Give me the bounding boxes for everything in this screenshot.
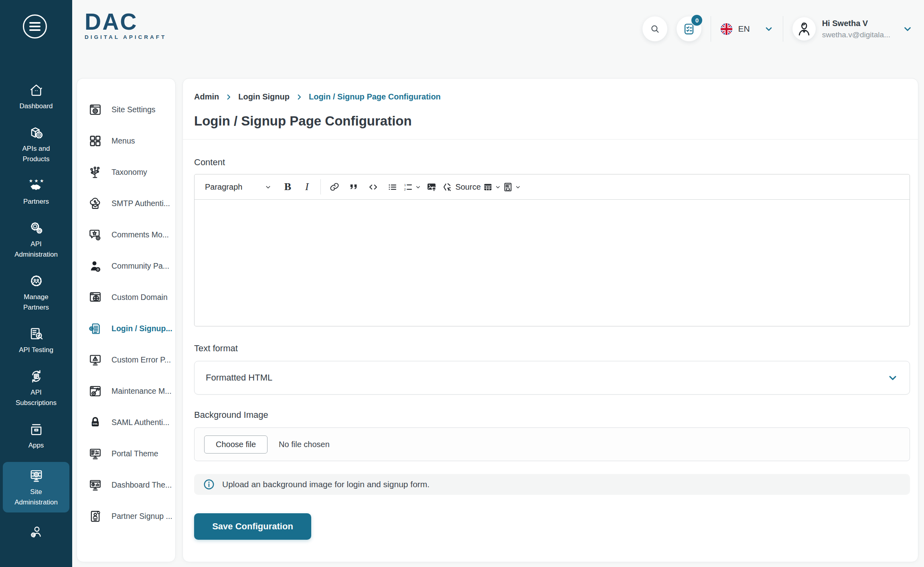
paragraph-format-label: Paragraph [205, 182, 242, 192]
monitor-theme-icon [88, 447, 102, 461]
archive-box-icon [29, 422, 44, 437]
blockquote-button[interactable] [345, 178, 363, 196]
settings-item-smtp-authentication[interactable]: SMTP Authenti... [77, 188, 175, 219]
sidebar-item-label: Partners [11, 196, 61, 207]
comment-star-icon [88, 228, 102, 242]
editor-toolbar: Paragraph B I 12 [195, 174, 910, 200]
italic-button[interactable]: I [298, 178, 316, 196]
divider [183, 139, 918, 140]
tasks-button[interactable]: 0 [677, 16, 701, 41]
search-button[interactable] [642, 16, 667, 41]
topbar: DAC DIGITAL APICRAFT 0 EN [72, 0, 924, 74]
grid-icon [88, 134, 102, 148]
toolbar-separator [320, 179, 321, 194]
settings-item-partner-signup[interactable]: Partner Signup ... [77, 500, 175, 532]
numbered-list-button[interactable]: 12 [403, 178, 421, 196]
code-button[interactable] [364, 178, 382, 196]
logo-text: DAC [85, 10, 166, 33]
svg-text:2: 2 [404, 187, 406, 191]
saml-lock-icon: SAML [88, 415, 102, 429]
bold-button[interactable]: B [279, 178, 296, 196]
subscription-sync-icon [29, 369, 44, 384]
avatar [792, 17, 816, 40]
language-selector[interactable]: EN [720, 23, 773, 35]
sidebar-item-user[interactable] [3, 522, 69, 542]
settings-item-dashboard-theme[interactable]: Dashboard The... [77, 469, 175, 500]
divider [783, 16, 783, 42]
sidebar-item-apps[interactable]: Apps [3, 419, 69, 453]
info-message-bar: Upload an background image for login and… [194, 474, 910, 495]
insert-table-button[interactable] [482, 178, 501, 196]
no-file-chosen-text: No file chosen [279, 440, 330, 449]
settings-item-login-signup[interactable]: Login / Signup... [77, 313, 175, 344]
user-name: Hi Swetha V [822, 19, 890, 28]
svg-text:1: 1 [404, 183, 406, 186]
svg-text:★ ★ ★: ★ ★ ★ [29, 178, 44, 183]
breadcrumb-admin[interactable]: Admin [194, 92, 219, 101]
html-embed-button[interactable] [503, 178, 521, 196]
settings-item-menus[interactable]: Menus [77, 125, 175, 156]
settings-item-saml-authentication[interactable]: SAML SAML Authenti... [77, 407, 175, 438]
settings-item-label: Menus [111, 136, 135, 146]
uk-flag-icon [720, 23, 733, 35]
settings-item-custom-error-pages[interactable]: Custom Error P... [77, 344, 175, 375]
settings-item-label: Portal Theme [111, 449, 158, 458]
hamburger-menu-icon[interactable] [23, 14, 47, 38]
gears-icon [29, 221, 44, 235]
choose-file-button[interactable]: Choose file [204, 435, 267, 454]
settings-item-label: Site Settings [111, 105, 155, 114]
app-logo[interactable]: DAC DIGITAL APICRAFT [85, 10, 166, 40]
image-upload-icon [426, 181, 437, 192]
document-gear-icon [88, 322, 102, 336]
settings-item-label: Community Pa... [111, 261, 169, 271]
link-button[interactable] [326, 178, 343, 196]
test-magnifier-icon [29, 326, 44, 341]
user-menu[interactable]: Hi Swetha V swetha.v@digitala... [792, 17, 913, 40]
window-globe-icon [88, 290, 102, 304]
save-configuration-button[interactable]: Save Configuration [194, 513, 311, 540]
topbar-actions: 0 EN Hi Swetha V swetha.v@digitala... [642, 16, 913, 42]
sidebar-item-site-administration[interactable]: Site Administration [3, 462, 69, 512]
insert-image-button[interactable] [423, 178, 440, 196]
settings-item-portal-theme[interactable]: Portal Theme [77, 438, 175, 469]
settings-item-label: SMTP Authenti... [111, 199, 170, 208]
primary-sidebar: Dashboard APIs and Products ★ ★ ★ Partne… [0, 0, 72, 567]
settings-item-custom-domain[interactable]: Custom Domain [77, 281, 175, 313]
tree-icon [88, 165, 102, 179]
paragraph-format-dropdown[interactable]: Paragraph [199, 178, 277, 196]
person-gear-icon [88, 259, 102, 273]
breadcrumb-login-signup[interactable]: Login Signup [238, 92, 290, 101]
settings-item-maintenance-mode[interactable]: Maintenance M... [77, 375, 175, 407]
sidebar-item-manage-partners[interactable]: Manage Partners [3, 271, 69, 315]
sidebar-item-dashboard[interactable]: Dashboard [3, 80, 69, 114]
source-button[interactable]: Source [442, 178, 480, 196]
logo-subtext: DIGITAL APICRAFT [85, 34, 166, 40]
search-icon [649, 23, 661, 34]
settings-item-label: Login / Signup... [111, 324, 172, 333]
sidebar-item-partners[interactable]: ★ ★ ★ Partners [3, 176, 69, 209]
settings-item-label: Dashboard The... [111, 480, 172, 490]
source-label: Source [455, 182, 480, 192]
sidebar-item-api-subscriptions[interactable]: API Subscriptions [3, 367, 69, 411]
sidebar-item-api-testing[interactable]: API Testing [3, 324, 69, 358]
sidebar-item-label: Manage Partners [11, 292, 61, 313]
bulleted-list-button[interactable] [383, 178, 401, 196]
info-icon [203, 478, 215, 490]
settings-item-taxonomy[interactable]: Taxonomy [77, 156, 175, 188]
settings-item-label: Custom Error P... [111, 355, 171, 364]
sidebar-item-label: API Administration [11, 239, 61, 260]
text-format-select[interactable]: Formatted HTML [194, 361, 910, 395]
settings-item-site-settings[interactable]: Site Settings [77, 94, 175, 125]
sidebar-item-apis-and-products[interactable]: APIs and Products [3, 123, 69, 167]
notification-badge: 0 [691, 14, 703, 26]
sidebar-item-api-administration[interactable]: API Administration [3, 218, 69, 262]
chevron-down-icon [887, 372, 898, 383]
text-format-label: Text format [194, 343, 910, 354]
handshake-icon: ★ ★ ★ [29, 178, 44, 193]
settings-item-comments-moderation[interactable]: Comments Mo... [77, 219, 175, 250]
editor-content-area[interactable] [195, 200, 910, 326]
settings-item-community-page[interactable]: Community Pa... [77, 250, 175, 281]
background-image-upload: Choose file No file chosen [194, 427, 910, 461]
table-icon [482, 182, 493, 192]
main-content: Admin Login Signup Login / Signup Page C… [182, 78, 918, 562]
